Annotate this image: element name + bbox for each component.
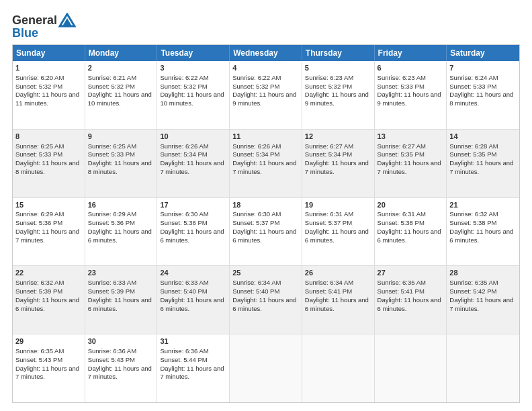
header-day-tuesday: Tuesday xyxy=(157,45,230,61)
sunrise: Sunrise: 6:35 AM xyxy=(15,347,64,355)
header-day-saturday: Saturday xyxy=(447,45,519,61)
sunrise: Sunrise: 6:31 AM xyxy=(305,210,353,218)
sunrise: Sunrise: 6:31 AM xyxy=(378,210,426,218)
daylight: Daylight: 11 hours and 7 minutes. xyxy=(449,159,513,175)
sunset: Sunset: 5:35 PM xyxy=(449,150,496,158)
daylight: Daylight: 11 hours and 7 minutes. xyxy=(232,159,296,175)
day-number: 12 xyxy=(305,132,371,142)
cal-row-1: 8Sunrise: 6:25 AMSunset: 5:33 PMDaylight… xyxy=(13,129,519,197)
sunset: Sunset: 5:43 PM xyxy=(88,356,135,363)
sunset: Sunset: 5:40 PM xyxy=(160,287,207,295)
daylight: Daylight: 11 hours and 7 minutes. xyxy=(88,365,152,381)
logo-icon xyxy=(58,13,76,28)
day-number: 11 xyxy=(232,132,299,142)
cal-cell: 9Sunrise: 6:25 AMSunset: 5:33 PMDaylight… xyxy=(85,130,158,197)
day-number: 7 xyxy=(449,63,517,73)
daylight: Daylight: 11 hours and 7 minutes. xyxy=(15,228,79,244)
daylight: Daylight: 11 hours and 6 minutes. xyxy=(160,296,224,312)
logo-text: General xyxy=(12,13,57,28)
sunset: Sunset: 5:33 PM xyxy=(449,83,496,90)
day-number: 16 xyxy=(88,200,154,210)
cal-cell: 20Sunrise: 6:31 AMSunset: 5:38 PMDayligh… xyxy=(375,198,447,266)
cal-cell: 23Sunrise: 6:33 AMSunset: 5:39 PMDayligh… xyxy=(85,266,158,334)
sunset: Sunset: 5:42 PM xyxy=(449,287,496,295)
cal-cell: 11Sunrise: 6:26 AMSunset: 5:34 PMDayligh… xyxy=(230,130,302,197)
sunrise: Sunrise: 6:35 AM xyxy=(378,279,426,286)
day-number: 4 xyxy=(232,63,299,73)
cal-cell xyxy=(375,334,447,402)
header-day-sunday: Sunday xyxy=(13,45,85,61)
sunrise: Sunrise: 6:25 AM xyxy=(15,142,64,150)
cal-cell: 15Sunrise: 6:29 AMSunset: 5:36 PMDayligh… xyxy=(13,198,85,266)
sunrise: Sunrise: 6:32 AM xyxy=(449,210,498,218)
header-day-thursday: Thursday xyxy=(302,45,375,61)
daylight: Daylight: 11 hours and 8 minutes. xyxy=(449,91,513,107)
sunset: Sunset: 5:39 PM xyxy=(88,287,135,295)
day-number: 8 xyxy=(15,132,82,142)
sunrise: Sunrise: 6:28 AM xyxy=(449,142,498,150)
sunset: Sunset: 5:34 PM xyxy=(160,150,207,158)
sunrise: Sunrise: 6:36 AM xyxy=(88,347,136,355)
sunset: Sunset: 5:39 PM xyxy=(15,287,62,295)
day-number: 3 xyxy=(160,63,226,73)
daylight: Daylight: 11 hours and 7 minutes. xyxy=(378,159,441,175)
day-number: 10 xyxy=(160,132,226,142)
day-number: 17 xyxy=(160,200,226,210)
header-day-wednesday: Wednesday xyxy=(230,45,302,61)
daylight: Daylight: 11 hours and 6 minutes. xyxy=(378,228,441,244)
sunrise: Sunrise: 6:26 AM xyxy=(232,142,281,150)
logo: General Blue xyxy=(12,13,76,40)
sunrise: Sunrise: 6:26 AM xyxy=(160,142,208,150)
sunset: Sunset: 5:38 PM xyxy=(449,219,496,226)
cal-cell: 25Sunrise: 6:34 AMSunset: 5:40 PMDayligh… xyxy=(230,266,302,334)
cal-cell: 13Sunrise: 6:27 AMSunset: 5:35 PMDayligh… xyxy=(375,130,447,197)
sunrise: Sunrise: 6:34 AM xyxy=(232,279,281,286)
sunrise: Sunrise: 6:22 AM xyxy=(160,74,208,81)
daylight: Daylight: 11 hours and 7 minutes. xyxy=(160,365,224,381)
daylight: Daylight: 11 hours and 6 minutes. xyxy=(232,296,296,312)
daylight: Daylight: 11 hours and 6 minutes. xyxy=(449,228,513,244)
daylight: Daylight: 11 hours and 6 minutes. xyxy=(160,228,224,244)
cal-cell: 5Sunrise: 6:23 AMSunset: 5:32 PMDaylight… xyxy=(302,61,375,129)
cal-cell: 19Sunrise: 6:31 AMSunset: 5:37 PMDayligh… xyxy=(302,198,375,266)
sunset: Sunset: 5:33 PM xyxy=(88,150,135,158)
sunset: Sunset: 5:44 PM xyxy=(160,356,207,363)
sunset: Sunset: 5:41 PM xyxy=(378,287,425,295)
day-number: 26 xyxy=(305,268,371,278)
day-number: 29 xyxy=(15,336,82,347)
sunset: Sunset: 5:33 PM xyxy=(378,83,425,90)
day-number: 25 xyxy=(232,268,299,278)
sunrise: Sunrise: 6:30 AM xyxy=(232,210,281,218)
day-number: 5 xyxy=(305,63,371,73)
daylight: Daylight: 11 hours and 10 minutes. xyxy=(88,91,152,107)
sunrise: Sunrise: 6:27 AM xyxy=(305,142,353,150)
sunrise: Sunrise: 6:23 AM xyxy=(305,74,353,81)
daylight: Daylight: 11 hours and 9 minutes. xyxy=(378,91,441,107)
sunrise: Sunrise: 6:27 AM xyxy=(378,142,426,150)
daylight: Daylight: 11 hours and 7 minutes. xyxy=(305,159,369,175)
day-number: 30 xyxy=(88,336,154,347)
sunrise: Sunrise: 6:20 AM xyxy=(15,74,64,81)
sunrise: Sunrise: 6:33 AM xyxy=(88,279,136,286)
calendar-body: 1Sunrise: 6:20 AMSunset: 5:32 PMDaylight… xyxy=(13,61,519,402)
day-number: 18 xyxy=(232,200,299,210)
sunrise: Sunrise: 6:32 AM xyxy=(15,279,64,286)
day-number: 13 xyxy=(378,132,444,142)
calendar: SundayMondayTuesdayWednesdayThursdayFrid… xyxy=(12,44,520,403)
logo-blue: Blue xyxy=(12,26,76,40)
cal-cell: 31Sunrise: 6:36 AMSunset: 5:44 PMDayligh… xyxy=(157,334,230,402)
daylight: Daylight: 11 hours and 6 minutes. xyxy=(305,296,369,312)
daylight: Daylight: 11 hours and 7 minutes. xyxy=(160,159,224,175)
cal-cell: 1Sunrise: 6:20 AMSunset: 5:32 PMDaylight… xyxy=(13,61,85,129)
sunrise: Sunrise: 6:29 AM xyxy=(88,210,136,218)
sunset: Sunset: 5:40 PM xyxy=(232,287,279,295)
sunset: Sunset: 5:33 PM xyxy=(15,150,62,158)
day-number: 22 xyxy=(15,268,82,278)
cal-row-3: 22Sunrise: 6:32 AMSunset: 5:39 PMDayligh… xyxy=(13,265,519,334)
day-number: 27 xyxy=(378,268,444,278)
daylight: Daylight: 11 hours and 7 minutes. xyxy=(15,365,79,381)
cal-cell: 6Sunrise: 6:23 AMSunset: 5:33 PMDaylight… xyxy=(375,61,447,129)
sunrise: Sunrise: 6:23 AM xyxy=(378,74,426,81)
sunrise: Sunrise: 6:35 AM xyxy=(449,279,498,286)
day-number: 20 xyxy=(378,200,444,210)
